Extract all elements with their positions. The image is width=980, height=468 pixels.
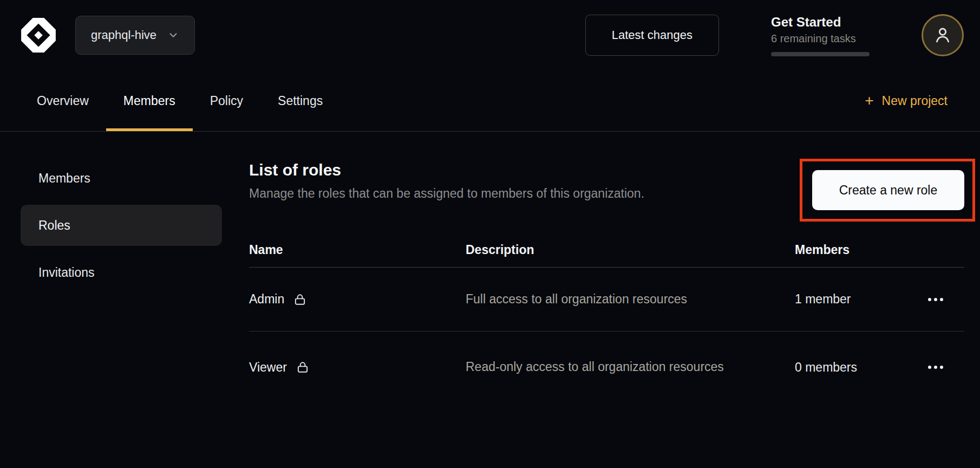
role-members-count: 0 members: [795, 360, 925, 375]
sidebar-item-invitations[interactable]: Invitations: [21, 252, 222, 293]
role-name: Viewer: [249, 360, 287, 375]
roles-table-header: Name Description Members: [249, 233, 964, 268]
get-started-widget[interactable]: Get Started 6 remaining tasks: [771, 15, 870, 56]
tab-policy-label: Policy: [210, 94, 243, 108]
tab-overview-label: Overview: [37, 94, 89, 108]
tab-members-label: Members: [123, 94, 175, 108]
role-name-cell: Admin: [249, 292, 466, 307]
create-role-button[interactable]: Create a new role: [812, 170, 964, 210]
header-left: graphql-hive: [19, 16, 195, 55]
content-area: Members Roles Invitations List of roles …: [0, 132, 980, 468]
tab-overview[interactable]: Overview: [19, 70, 106, 131]
new-project-button[interactable]: + New project: [865, 93, 948, 108]
hive-logo-icon[interactable]: [19, 16, 57, 54]
ellipsis-icon: [928, 366, 931, 369]
header-right: Latest changes Get Started 6 remaining t…: [585, 14, 964, 56]
sidebar-item-roles-label: Roles: [38, 218, 70, 233]
latest-changes-button[interactable]: Latest changes: [585, 15, 719, 56]
role-members-count: 1 member: [795, 292, 925, 307]
page-title: List of roles: [249, 161, 644, 179]
tab-members[interactable]: Members: [106, 70, 193, 131]
page-subtitle: Manage the roles that can be assigned to…: [249, 186, 644, 201]
lock-icon: [296, 360, 310, 374]
sidebar-item-members[interactable]: Members: [21, 158, 222, 199]
get-started-subtitle: 6 remaining tasks: [771, 32, 870, 45]
org-selector[interactable]: graphql-hive: [75, 16, 195, 55]
new-project-label: New project: [882, 94, 948, 108]
tab-settings[interactable]: Settings: [260, 70, 340, 131]
table-row-viewer: Viewer Read-only access to all organizat…: [249, 332, 964, 403]
user-icon: [932, 25, 953, 46]
roles-panel-header: List of roles Manage the roles that can …: [249, 158, 964, 222]
get-started-progress-bar: [771, 52, 870, 56]
avatar[interactable]: [922, 14, 964, 56]
get-started-title: Get Started: [771, 15, 870, 30]
org-selector-label: graphql-hive: [91, 28, 156, 42]
org-tabbar: Overview Members Policy Settings + New p…: [0, 70, 980, 132]
members-side-nav: Members Roles Invitations: [0, 132, 249, 468]
roles-panel: List of roles Manage the roles that can …: [249, 132, 980, 468]
role-description: Full access to all organization resource…: [466, 290, 739, 308]
roles-table: Name Description Members Admin Full acce…: [249, 233, 964, 403]
tab-policy[interactable]: Policy: [193, 70, 260, 131]
sidebar-item-members-label: Members: [38, 171, 90, 186]
role-name: Admin: [249, 292, 284, 307]
lock-icon: [293, 292, 307, 307]
column-header-description: Description: [466, 243, 795, 257]
roles-titles: List of roles Manage the roles that can …: [249, 161, 644, 201]
annotation-highlight-box: Create a new role: [800, 159, 975, 222]
table-row-admin: Admin Full access to all organization re…: [249, 268, 964, 332]
sidebar-item-roles[interactable]: Roles: [21, 205, 222, 246]
row-menu-button[interactable]: [925, 360, 946, 374]
column-header-name: Name: [249, 243, 466, 257]
chevron-down-icon: [167, 29, 179, 41]
tab-settings-label: Settings: [278, 94, 323, 108]
role-name-cell: Viewer: [249, 360, 466, 375]
ellipsis-icon: [928, 298, 931, 301]
app-header: graphql-hive Latest changes Get Started …: [0, 0, 980, 70]
plus-icon: +: [865, 93, 873, 108]
row-menu-button[interactable]: [925, 292, 946, 307]
sidebar-item-invitations-label: Invitations: [38, 265, 95, 280]
role-description: Read-only access to all organization res…: [466, 358, 739, 376]
column-header-members: Members: [795, 243, 925, 257]
